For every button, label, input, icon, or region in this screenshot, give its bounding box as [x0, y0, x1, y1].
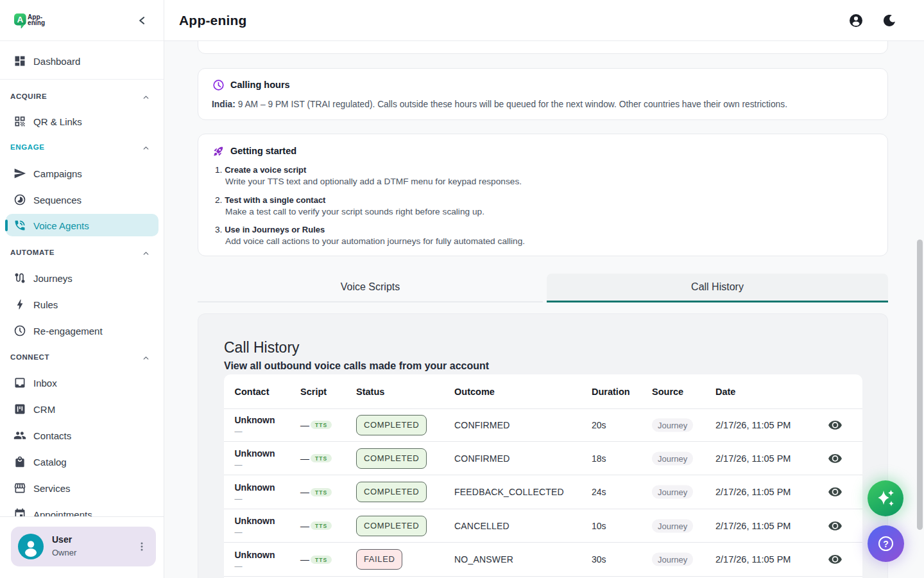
svg-text:?: ? — [883, 539, 889, 549]
svg-text:A: A — [17, 15, 23, 24]
